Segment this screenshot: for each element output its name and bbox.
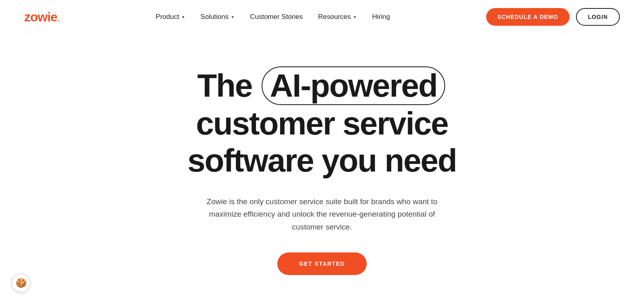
logo[interactable]: zowie • [24, 10, 60, 23]
nav-item-product[interactable]: Product ▼ [156, 13, 186, 21]
chevron-down-icon: ▼ [181, 15, 185, 19]
cookie-icon: 🍪 [16, 278, 27, 288]
chevron-down-icon: ▼ [353, 15, 357, 19]
chevron-down-icon: ▼ [231, 15, 235, 19]
nav-actions: SCHEDULE A DEMO LOGIN [486, 8, 620, 26]
nav-links: Product ▼ Solutions ▼ Customer Stories R… [156, 13, 390, 21]
hero-subtitle: Zowie is the only customer service suite… [193, 195, 451, 233]
hero-heading: The AI-powered customer service software… [141, 66, 503, 179]
hero-highlight: AI-powered [262, 66, 445, 105]
nav-item-customer-stories[interactable]: Customer Stories [250, 13, 303, 21]
logo-text: zowie [24, 10, 57, 23]
nav-item-hiring[interactable]: Hiring [372, 13, 390, 21]
get-started-button[interactable]: GET STARTED [277, 252, 367, 275]
schedule-demo-button[interactable]: SCHEDULE A DEMO [486, 8, 570, 26]
cookie-button[interactable]: 🍪 [11, 273, 31, 293]
navbar: zowie • Product ▼ Solutions ▼ Customer S… [0, 0, 644, 34]
nav-item-solutions[interactable]: Solutions ▼ [200, 13, 235, 21]
nav-item-resources[interactable]: Resources ▼ [318, 13, 357, 21]
logo-dot: • [58, 19, 60, 23]
login-button[interactable]: LOGIN [576, 8, 620, 26]
hero-section: The AI-powered customer service software… [0, 34, 644, 299]
